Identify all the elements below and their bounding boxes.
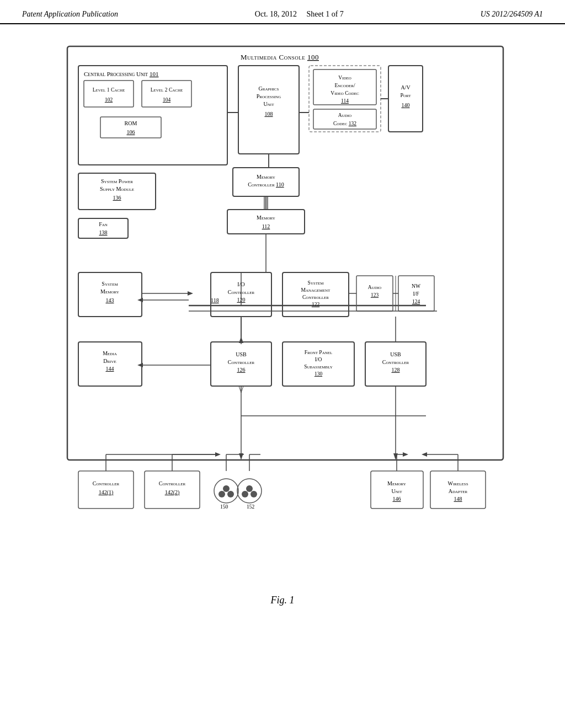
header-date: Oct. 18, 2012 (255, 10, 297, 18)
gpu-label2: Processing (257, 93, 281, 99)
sys-mgmt-label: System (307, 280, 324, 286)
usb128-label: USB (390, 351, 401, 357)
svg-marker-73 (422, 452, 427, 457)
gpu-label: Graphics (259, 85, 279, 92)
front-panel-label3: Subassembly (304, 364, 333, 370)
mem-unit-num: 146 (393, 496, 401, 502)
nw-num: 124 (412, 299, 420, 304)
svg-point-56 (227, 491, 234, 497)
rom-num: 106 (127, 129, 135, 135)
video-enc-num: 114 (341, 98, 349, 104)
nw-label: NW (412, 283, 420, 289)
svg-point-54 (223, 485, 230, 492)
video-enc-label2: Encoder/ (334, 83, 355, 88)
usb126-label: USB (236, 351, 247, 357)
svg-rect-28 (78, 342, 142, 386)
svg-point-58 (246, 485, 253, 492)
audio-codec-label2: Codec 132 (333, 121, 356, 126)
sys-power-label2: Supply Module (100, 186, 134, 192)
header-left: Patent Application Publication (22, 10, 118, 19)
ctrl1-label: Controller (93, 480, 120, 486)
svg-rect-2 (84, 81, 134, 107)
svg-point-55 (218, 491, 225, 497)
diagram-svg: Multimedia Console 100 Central Processin… (51, 35, 514, 576)
sys-mgmt-label2: Management (301, 287, 331, 293)
mem-unit-label2: Unit (392, 488, 403, 494)
sys-power-num: 136 (113, 195, 121, 201)
header-center: Oct. 18, 2012 Sheet 1 of 7 (255, 10, 344, 19)
rom-label: ROM (125, 120, 137, 126)
media-drive-num: 144 (106, 366, 114, 372)
header-sheet: Sheet 1 of 7 (307, 10, 344, 18)
audio-small-label: Audio (368, 285, 381, 290)
wireless-label2: Adapter (449, 488, 468, 494)
av-num: 140 (402, 102, 410, 108)
av-label: A/V (401, 84, 411, 90)
svg-rect-18 (78, 272, 142, 317)
gpu-label3: Unit (264, 101, 275, 107)
video-enc-label3: Video Codec (331, 90, 359, 96)
l2-cache-label: Level 2 Cache (151, 87, 183, 93)
wireless-label: Wireless (447, 480, 468, 486)
l1-cache-num: 102 (105, 97, 113, 103)
sys-mem-label: System (102, 281, 118, 287)
l1-cache-label: Level 1 Cache (93, 87, 125, 93)
l2-cache-num: 104 (163, 97, 171, 103)
gamepad-150-num: 150 (220, 504, 228, 510)
sys-mgmt-num: 122 (312, 302, 320, 307)
patent-diagram: Multimedia Console 100 Central Processin… (51, 35, 514, 578)
memory-label: Memory (257, 215, 275, 221)
ctrl2-num: 142(2) (165, 489, 180, 496)
svg-point-60 (250, 491, 257, 497)
sys-power-label: System Power (101, 178, 133, 184)
svg-point-59 (242, 491, 248, 497)
svg-rect-5 (238, 66, 299, 154)
fan-label: Fan (99, 221, 108, 227)
memory-num: 112 (262, 223, 270, 229)
svg-rect-3 (142, 81, 191, 107)
usb126-label2: Controller (228, 359, 255, 365)
svg-marker-31 (137, 363, 143, 367)
svg-rect-9 (388, 66, 423, 132)
ctrl2-label: Controller (159, 480, 186, 486)
audio-codec-label: Audio (338, 113, 351, 118)
svg-marker-20 (188, 291, 193, 296)
fan-num: 138 (99, 229, 108, 235)
media-drive-label2: Drive (103, 358, 116, 364)
video-enc-label: Video (338, 75, 351, 81)
cpu-label: Central Processing Unit 101 (84, 71, 158, 77)
svg-rect-14 (227, 210, 305, 234)
av-label2: Port (400, 92, 411, 98)
front-panel-label: Front Panel (305, 350, 333, 355)
front-panel-label2: I/O (315, 357, 322, 362)
svg-marker-70 (403, 452, 408, 457)
wireless-num: 148 (454, 496, 462, 502)
mem-unit-label: Memory (387, 480, 406, 486)
mem-ctrl-label2: Controller 110 (248, 181, 284, 188)
front-panel-num: 130 (315, 371, 323, 377)
mem-ctrl-label: Memory (257, 174, 275, 180)
ctrl1-num: 142(1) (99, 489, 114, 496)
console-title: Multimedia Console 100 (241, 53, 319, 61)
svg-rect-0 (67, 46, 503, 460)
svg-marker-22 (137, 298, 143, 302)
page-header: Patent Application Publication Oct. 18, … (0, 0, 565, 24)
gamepad-152-num: 152 (247, 504, 255, 510)
bus-118: 118 (211, 297, 219, 303)
header-right: US 2012/264509 A1 (481, 10, 543, 19)
sys-mem-num: 143 (106, 297, 114, 303)
usb128-label2: Controller (382, 359, 409, 365)
usb126-num: 126 (237, 367, 246, 373)
figure-caption: Fig. 1 (0, 595, 565, 606)
media-drive-label: Media (103, 350, 117, 356)
sys-mgmt-label3: Controller (302, 295, 329, 300)
gpu-num: 108 (265, 111, 273, 117)
usb128-num: 128 (392, 367, 400, 373)
svg-marker-79 (239, 336, 243, 343)
audio-small-num: 123 (371, 292, 379, 298)
sys-mem-label2: Memory (100, 288, 119, 295)
nw-label2: I/F (413, 291, 419, 297)
fig-caption-text: Fig. 1 (271, 595, 295, 606)
